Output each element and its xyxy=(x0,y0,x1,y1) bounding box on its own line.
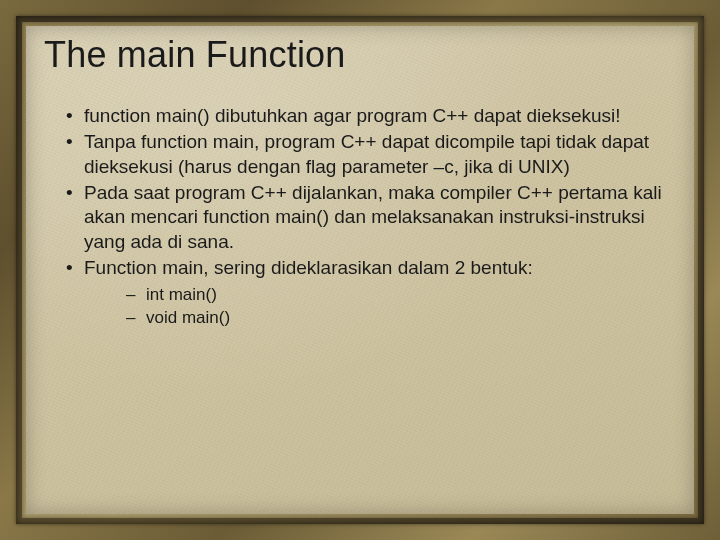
sub-bullet-text: void main() xyxy=(146,308,230,327)
slide-title: The main Function xyxy=(44,34,676,76)
sub-bullet-text: int main() xyxy=(146,285,217,304)
bullet-text: function main() dibutuhkan agar program … xyxy=(84,105,621,126)
sub-bullet-list: int main() void main() xyxy=(84,284,676,330)
bullet-item: Function main, sering dideklarasikan dal… xyxy=(66,256,676,330)
bullet-text: Tanpa function main, program C++ dapat d… xyxy=(84,131,649,176)
slide-canvas: The main Function function main() dibutu… xyxy=(26,26,694,514)
sub-bullet-item: void main() xyxy=(126,307,676,330)
bullet-list: function main() dibutuhkan agar program … xyxy=(44,104,676,330)
slide-frame-outer: The main Function function main() dibutu… xyxy=(0,0,720,540)
sub-bullet-item: int main() xyxy=(126,284,676,307)
slide-frame-mid: The main Function function main() dibutu… xyxy=(16,16,704,524)
bullet-text: Pada saat program C++ dijalankan, maka c… xyxy=(84,182,662,252)
slide-frame-inner: The main Function function main() dibutu… xyxy=(22,22,698,518)
bullet-text: Function main, sering dideklarasikan dal… xyxy=(84,257,533,278)
bullet-item: function main() dibutuhkan agar program … xyxy=(66,104,676,128)
bullet-item: Tanpa function main, program C++ dapat d… xyxy=(66,130,676,179)
bullet-item: Pada saat program C++ dijalankan, maka c… xyxy=(66,181,676,254)
